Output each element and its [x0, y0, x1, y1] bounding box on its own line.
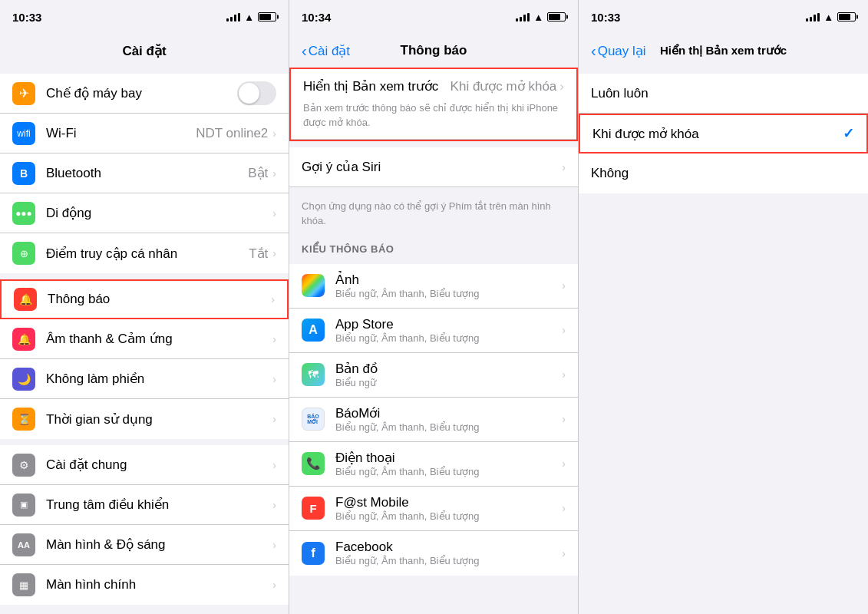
personal-value: Tắt [249, 246, 268, 262]
airplane-label: Chế độ máy bay [46, 85, 237, 101]
siri-chevron: › [562, 161, 566, 173]
app-row-fast[interactable]: F F@st Mobile Biểu ngữ, Âm thanh, Biểu t… [289, 487, 578, 531]
appstore-icon: A [302, 319, 325, 342]
appstore-info: App Store Biểu ngữ, Âm thanh, Biểu tượng [335, 317, 562, 344]
screentime-label: Thời gian sử dụng [46, 411, 272, 427]
baomoi-name: BáoMới [335, 405, 562, 421]
fast-icon: F [302, 497, 325, 520]
personal-label: Điểm truy cập cá nhân [46, 246, 249, 262]
personal-row[interactable]: ⊕ Điểm truy cập cá nhân Tắt › [0, 233, 289, 273]
app-row-baomoi[interactable]: BÁOMỚI BáoMới Biểu ngữ, Âm thanh, Biểu t… [289, 398, 578, 442]
wifi-label: Wi-Fi [46, 126, 196, 141]
notification-row[interactable]: 🔔 Thông báo › [0, 279, 289, 319]
fast-name: F@st Mobile [335, 495, 562, 510]
section-header: KIỂU THÔNG BÁO [289, 237, 578, 258]
bluetooth-row[interactable]: B Bluetooth Bật › [0, 154, 289, 193]
preview-value-text: Khi được mở khóa [451, 78, 557, 94]
baomoi-chevron: › [562, 413, 566, 425]
battery-icon-3 [837, 12, 856, 21]
baomoi-sub: Biểu ngữ, Âm thanh, Biểu tượng [335, 421, 562, 433]
siri-desc: Chọn ứng dụng nào có thể gợi ý Phím tắt … [289, 193, 578, 236]
control-icon: ▣ [12, 494, 35, 517]
control-row[interactable]: ▣ Trung tâm điều khiển › [0, 485, 289, 525]
preview-chevron: › [559, 79, 564, 94]
page-title-2: Thông báo [401, 43, 467, 58]
phone-info: Điện thoại Biểu ngữ, Âm thanh, Biểu tượn… [335, 450, 562, 477]
preview-options-content[interactable]: Luôn luôn Khi được mở khóa ✓ Không [579, 68, 868, 614]
donotdisturb-chevron: › [272, 373, 276, 385]
status-icons-2: ▲ [516, 12, 566, 23]
wifi-row[interactable]: wifi Wi-Fi NDT online2 › [0, 114, 289, 154]
battery-icon-1 [258, 12, 276, 21]
bar1-2 [516, 18, 518, 21]
app-row-phone[interactable]: 📞 Điện thoại Biểu ngữ, Âm thanh, Biểu tư… [289, 442, 578, 487]
option-whenunlocked[interactable]: Khi được mở khóa ✓ [579, 114, 868, 154]
maps-icon: 🗺 [302, 363, 325, 386]
back-label-2: Cài đặt [309, 43, 350, 59]
bar1-3 [806, 18, 808, 21]
option-never[interactable]: Không [579, 154, 868, 193]
siri-row[interactable]: Gợi ý của Siri › [289, 147, 578, 187]
sound-label: Âm thanh & Cảm ứng [46, 331, 272, 347]
bluetooth-value: Bật [248, 165, 268, 181]
battery-icon-2 [547, 12, 566, 21]
notifications-content[interactable]: Hiển thị Bản xem trước Khi được mở khóa … [289, 68, 578, 614]
preview-value: Khi được mở khóa › [451, 78, 564, 94]
preview-section: Hiển thị Bản xem trước Khi được mở khóa … [291, 69, 576, 140]
settings-list-1[interactable]: ✈ Chế độ máy bay wifi Wi-Fi NDT online2 … [0, 68, 289, 614]
title-bar-3: ‹ Quay lại Hiển thị Bản xem trước [579, 34, 868, 68]
personal-icon: ⊕ [12, 242, 35, 265]
screentime-icon: ⏳ [12, 408, 35, 431]
general-icon: ⚙ [12, 454, 35, 477]
sound-icon: 🔔 [12, 328, 35, 351]
sound-row[interactable]: 🔔 Âm thanh & Cảm ứng › [0, 319, 289, 359]
fast-chevron: › [562, 502, 566, 514]
photos-info: Ảnh Biểu ngữ, Âm thanh, Biểu tượng [335, 272, 562, 299]
photos-sub: Biểu ngữ, Âm thanh, Biểu tượng [335, 288, 562, 299]
maps-sub: Biểu ngữ [335, 377, 562, 388]
options-group: Luôn luôn Khi được mở khóa ✓ Không [579, 74, 868, 193]
app-row-maps[interactable]: 🗺 Bản đồ Biểu ngữ › [289, 353, 578, 398]
notification-chevron: › [271, 293, 275, 305]
appstore-chevron: › [562, 324, 566, 336]
back-button-2[interactable]: ‹ Cài đặt [302, 42, 350, 60]
airplane-row[interactable]: ✈ Chế độ máy bay [0, 74, 289, 114]
display-chevron: › [272, 539, 276, 551]
personal-chevron: › [272, 247, 276, 259]
control-chevron: › [272, 499, 276, 511]
home-chevron: › [272, 579, 276, 591]
option-whenunlocked-label: Khi được mở khóa [592, 126, 843, 142]
app-row-facebook[interactable]: f Facebook Biểu ngữ, Âm thanh, Biểu tượn… [289, 531, 578, 576]
checkmark-whenunlocked: ✓ [843, 125, 854, 142]
donotdisturb-row[interactable]: 🌙 Không làm phiền › [0, 359, 289, 399]
home-row[interactable]: ▦ Màn hình chính › [0, 565, 289, 605]
option-always-label: Luôn luôn [591, 86, 856, 101]
mobile-label: Di động [46, 205, 272, 221]
screentime-row[interactable]: ⏳ Thời gian sử dụng › [0, 399, 289, 439]
general-row[interactable]: ⚙ Cài đặt chung › [0, 445, 289, 485]
siri-section: Gợi ý của Siri › [289, 147, 578, 187]
app-row-appstore[interactable]: A App Store Biểu ngữ, Âm thanh, Biểu tượ… [289, 309, 578, 353]
maps-name: Bản đồ [335, 361, 562, 377]
display-row[interactable]: AA Màn hình & Độ sáng › [0, 525, 289, 565]
system-group: ⚙ Cài đặt chung › ▣ Trung tâm điều khiển… [0, 445, 289, 605]
fast-info: F@st Mobile Biểu ngữ, Âm thanh, Biểu tượ… [335, 495, 562, 522]
facebook-sub: Biểu ngữ, Âm thanh, Biểu tượng [335, 555, 562, 566]
home-label: Màn hình chính [46, 577, 272, 593]
airplane-toggle[interactable] [237, 81, 276, 105]
back-button-3[interactable]: ‹ Quay lại [591, 42, 646, 60]
panel-settings: 10:33 ▲ Cài đặt ✈ Chế độ máy bay [0, 0, 289, 614]
general-chevron: › [272, 459, 276, 471]
bar4-2 [527, 13, 530, 21]
app-row-photos[interactable]: Ảnh Biểu ngữ, Âm thanh, Biểu tượng › [289, 264, 578, 309]
time-2: 10:34 [302, 11, 331, 24]
option-always[interactable]: Luôn luôn [579, 74, 868, 114]
back-chevron-2: ‹ [302, 42, 307, 60]
mobile-row[interactable]: ●●● Di động › [0, 193, 289, 233]
baomoi-icon: BÁOMỚI [302, 408, 325, 431]
display-label: Màn hình & Độ sáng [46, 536, 272, 553]
preview-label: Hiển thị Bản xem trước [303, 78, 438, 94]
status-bar-2: 10:34 ▲ [289, 0, 578, 34]
wifi-value: NDT online2 [196, 126, 268, 141]
preview-desc: Bản xem trước thông báo sẽ chỉ được hiển… [303, 102, 558, 128]
